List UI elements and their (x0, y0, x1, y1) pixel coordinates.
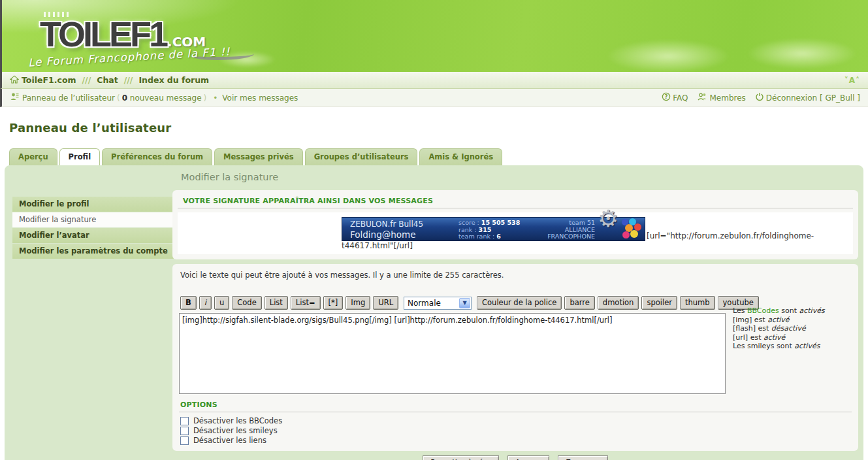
fah-stats: score : 15 505 538 rank : 315 team rank … (458, 220, 520, 240)
link-members[interactable]: Membres (697, 92, 745, 103)
options-title: OPTIONS (180, 401, 852, 409)
fah-banner-left: ZEBULON.fr Bull45 Folding@home (350, 219, 423, 240)
code-button[interactable]: Code (232, 296, 261, 310)
bullet-separator: • (213, 93, 217, 103)
power-icon (755, 92, 764, 103)
list-item-button[interactable]: [*] (323, 296, 344, 310)
tab-amis-ignores[interactable]: Amis & Ignorés (419, 148, 502, 165)
signature-textarea[interactable]: [img]http://sigfah.silent-blade.org/sigs… (179, 313, 726, 394)
status-line-url: [url] est activé (733, 333, 825, 342)
preview-panel-title: VOTRE SIGNATURE APPARAÎTRA AINSI DANS VO… (183, 197, 853, 205)
option-disable-bbcodes: Désactiver les BBCodes (180, 416, 852, 425)
main-content: VOTRE SIGNATURE APPARAÎTRA AINSI DANS VO… (172, 190, 858, 460)
list-button[interactable]: List (265, 296, 288, 310)
link-faq[interactable]: ? FAQ (662, 92, 688, 103)
spoiler-button[interactable]: spoiler (641, 296, 677, 310)
logo-dot-pink (622, 231, 630, 238)
nav-link-forum-index[interactable]: Index du forum (138, 75, 209, 85)
signature-content: ZEBULON.fr Bull45 Folding@home score : 1… (183, 217, 848, 251)
paren: ( (117, 93, 120, 103)
new-messages-label[interactable]: nouveau message (130, 93, 202, 103)
logo-dot-yellow (630, 230, 638, 238)
status-line-bbcodes: Les BBCodes sont activés (733, 306, 825, 316)
fah-score-value: 15 505 538 (481, 219, 521, 226)
signature-url-text-line2: t44617.html"[/url] (342, 241, 413, 250)
f1-car-silhouette (747, 38, 858, 69)
status-line-flash: [flash] est désactivé (733, 324, 825, 333)
preview-button[interactable]: Aperçu (507, 455, 549, 460)
logo-text: TOILEF1 (40, 14, 166, 54)
site-header-banner: TOILEF1.COM Le Forum Francophone de la F… (0, 0, 868, 72)
font-size-selected-value: Normale (408, 299, 441, 308)
option-disable-smileys: Désactiver les smileys (180, 426, 852, 435)
home-icon (10, 75, 19, 86)
status-line-smileys: Les smileys sont activés (733, 342, 825, 351)
fah-username: ZEBULON.fr Bull45 (350, 219, 423, 229)
reset-button[interactable]: Remettre à zéro (423, 455, 498, 460)
url-button[interactable]: URL (373, 296, 398, 310)
new-messages-count[interactable]: 0 (122, 93, 127, 103)
site-logo[interactable]: TOILEF1.COM (40, 12, 206, 50)
option-label: Désactiver les BBCodes (193, 416, 282, 425)
chevron-down-icon: ▼ (459, 298, 470, 308)
divider (178, 208, 853, 208)
tab-profil[interactable]: Profil (59, 148, 100, 165)
nav-link-chat[interactable]: Chat (97, 75, 118, 85)
faq-label: FAQ (673, 93, 688, 103)
sidebar-item-modifier-profil[interactable]: Modifier le profil (12, 197, 178, 212)
tab-apercu[interactable]: Aperçu (9, 148, 57, 165)
breadcrumb-separator: /// (82, 75, 91, 85)
logout-label: Déconnexion [ GP_Bull ] (766, 93, 860, 103)
thumb-button[interactable]: thumb (680, 296, 715, 310)
bold-button[interactable]: B (180, 296, 197, 310)
dmotion-button[interactable]: dmotion (598, 296, 639, 310)
editor-description: Voici le texte qui peut être ajouté à vo… (180, 271, 852, 280)
tab-groupes[interactable]: Groupes d’utilisateurs (305, 148, 418, 165)
folding-home-signature-image: ZEBULON.fr Bull45 Folding@home score : 1… (342, 217, 645, 241)
font-size-widget[interactable]: ˅A˄ (844, 76, 860, 85)
underline-button[interactable]: u (214, 296, 229, 310)
option-disable-liens: Désactiver les liens (180, 436, 852, 445)
fah-teamrank-label: team rank : (458, 233, 494, 240)
signature-editor-panel: Voici le texte qui peut être ajouté à vo… (172, 264, 858, 451)
ucp-container: Modifier la signature Modifier le profil… (5, 165, 863, 460)
page-title: Panneau de l’utilisateur (9, 121, 868, 135)
user-panel-icon (10, 92, 20, 103)
disable-links-checkbox[interactable] (180, 436, 189, 445)
link-logout[interactable]: Déconnexion [ GP_Bull ] (755, 92, 860, 103)
signature-url-text-line1: [url="http://forum.zebulon.fr/foldinghom… (647, 231, 814, 240)
signature-preview-box: ZEBULON.fr Bull45 Folding@home score : 1… (178, 212, 853, 254)
faq-icon: ? (662, 92, 671, 103)
divider (179, 412, 852, 412)
sidebar-item-modifier-signature[interactable]: Modifier la signature (12, 212, 178, 227)
img-button[interactable]: Img (346, 296, 370, 310)
svg-text:?: ? (665, 93, 668, 100)
disable-bbcodes-checkbox[interactable] (180, 417, 189, 425)
ucp-tabs: Aperçu Profil Préférences du forum Messa… (9, 148, 868, 165)
gear-icon: ⚙ (598, 214, 619, 223)
disable-smileys-checkbox[interactable] (180, 427, 189, 435)
tab-preferences[interactable]: Préférences du forum (102, 148, 212, 165)
list-ordered-button[interactable]: List= (291, 296, 321, 310)
fah-team-block: team 51 ALLIANCE FRANCOPHONE (547, 220, 595, 240)
fah-rank-value: 315 (479, 226, 492, 233)
sidebar-item-parametres-compte[interactable]: Modifier les paramètres du compte (12, 244, 178, 259)
italic-button[interactable]: i (199, 296, 212, 310)
font-size-select[interactable]: Normale ▼ (404, 297, 472, 310)
sidebar-item-modifier-avatar[interactable]: Modifier l’avatar (12, 228, 178, 243)
signature-preview-panel: VOTRE SIGNATURE APPARAÎTRA AINSI DANS VO… (172, 190, 858, 259)
link-view-messages[interactable]: Voir mes messages (222, 93, 298, 103)
tab-messages-prives[interactable]: Messages privés (214, 148, 303, 165)
nav-link-home[interactable]: ToileF1.com (22, 75, 76, 85)
bbcodes-link[interactable]: BBCodes (747, 306, 779, 315)
strike-button[interactable]: barre (564, 296, 594, 310)
fah-project: Folding@home (350, 229, 423, 240)
link-user-panel[interactable]: Panneau de l’utilisateur (22, 93, 115, 103)
fah-rank-label: rank : (458, 226, 476, 233)
submit-button[interactable]: Envoyer (558, 455, 607, 460)
option-label: Désactiver les liens (193, 436, 266, 445)
section-heading: Modifier la signature (181, 172, 278, 182)
breadcrumb-bar: ToileF1.com /// Chat /// Index du forum … (0, 72, 868, 89)
font-color-button[interactable]: Couleur de la police (477, 296, 562, 310)
logo-hatch-decoration (44, 12, 71, 17)
